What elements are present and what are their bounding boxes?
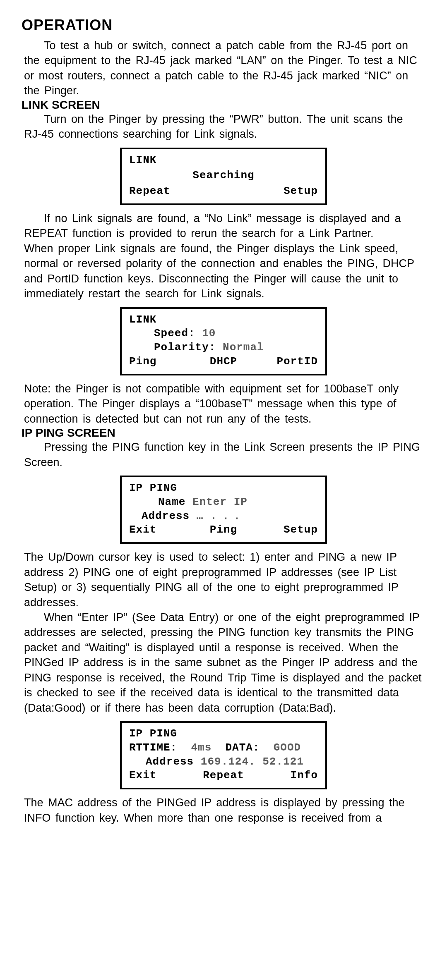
cursor-key-text: The Up/Down cursor key is used to select… bbox=[24, 550, 423, 610]
link-status-screen: LINK Speed: 10 Polarity: Normal Ping DHC… bbox=[120, 307, 327, 375]
page-title: OPERATION bbox=[22, 17, 423, 34]
no-link-text: If no Link signals are found, a “No Link… bbox=[24, 211, 423, 241]
note-text: Note: the Pinger is not compatible with … bbox=[24, 381, 423, 426]
repeat-softkey[interactable]: Repeat bbox=[129, 184, 171, 198]
screen-title: IP PING bbox=[129, 481, 318, 495]
link-searching-screen: LINK Searching Repeat Setup bbox=[120, 148, 327, 205]
setup-softkey[interactable]: Setup bbox=[284, 184, 318, 198]
exit-softkey[interactable]: Exit bbox=[129, 769, 192, 783]
ip-ping-result-screen: IP PING RTTIME: 4ms DATA: GOOD Address 1… bbox=[120, 721, 327, 789]
enter-ip-text: When “Enter IP” (See Data Entry) or one … bbox=[24, 610, 423, 715]
link-screen-text: Turn on the Pinger by pressing the “PWR”… bbox=[24, 112, 423, 142]
polarity-value: Normal bbox=[223, 341, 264, 354]
rttime-label: RTTIME: bbox=[129, 741, 177, 754]
ip-ping-intro: Pressing the PING function key in the Li… bbox=[24, 440, 423, 470]
speed-value: 10 bbox=[202, 327, 216, 339]
address-value: … . ․ ․ bbox=[197, 510, 239, 522]
link-found-text: When proper Link signals are found, the … bbox=[24, 241, 423, 301]
screen-title: LINK bbox=[129, 153, 318, 167]
link-screen-heading: LINK SCREEN bbox=[22, 98, 423, 112]
address-label: Address bbox=[142, 510, 190, 522]
setup-softkey[interactable]: Setup bbox=[255, 523, 318, 537]
name-label: Name bbox=[158, 496, 185, 508]
rttime-value: 4ms bbox=[191, 741, 211, 754]
info-softkey[interactable]: Info bbox=[255, 769, 318, 783]
ping-softkey[interactable]: Ping bbox=[192, 523, 255, 537]
exit-softkey[interactable]: Exit bbox=[129, 523, 192, 537]
mac-address-text: The MAC address of the PINGed IP address… bbox=[24, 795, 423, 825]
speed-label: Speed: bbox=[154, 327, 195, 339]
screen-title: LINK bbox=[129, 313, 318, 327]
ip-ping-entry-screen: IP PING Name Enter IP Address … . ․ ․ Ex… bbox=[120, 476, 327, 544]
data-value: GOOD bbox=[274, 741, 301, 754]
ping-softkey[interactable]: Ping bbox=[129, 355, 192, 369]
searching-label: Searching bbox=[129, 169, 318, 183]
address-label: Address bbox=[146, 755, 194, 768]
address-value: 169.124. 52.121 bbox=[201, 755, 304, 768]
repeat-softkey[interactable]: Repeat bbox=[192, 769, 255, 783]
operation-intro: To test a hub or switch, connect a patch… bbox=[24, 38, 423, 98]
polarity-label: Polarity: bbox=[154, 341, 216, 354]
dhcp-softkey[interactable]: DHCP bbox=[192, 355, 255, 369]
ip-ping-heading: IP PING SCREEN bbox=[22, 426, 423, 440]
screen-title: IP PING bbox=[129, 727, 318, 741]
portid-softkey[interactable]: PortID bbox=[255, 355, 318, 369]
data-label: DATA: bbox=[225, 741, 260, 754]
name-value: Enter IP bbox=[192, 496, 248, 508]
